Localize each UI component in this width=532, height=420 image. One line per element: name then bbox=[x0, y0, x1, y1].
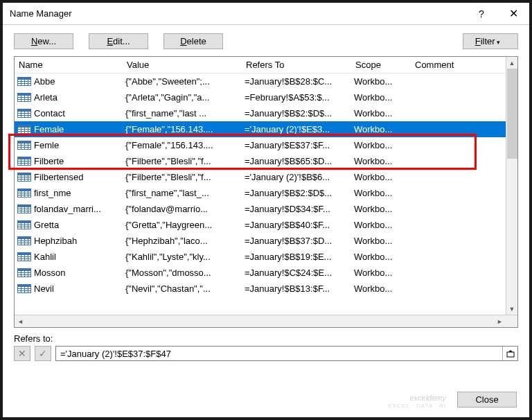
name-icon bbox=[17, 284, 31, 293]
name-cell: folandav_marri... bbox=[34, 204, 101, 214]
scroll-left-icon[interactable]: ◄ bbox=[15, 315, 26, 327]
name-icon bbox=[17, 93, 31, 102]
name-icon bbox=[17, 157, 31, 166]
refers-cell: =January!$B$28:$C... bbox=[242, 76, 351, 87]
table-row[interactable]: Gretta{"Gretta","Haygreen...=January!$B$… bbox=[15, 217, 517, 233]
edit-button[interactable]: Edit... bbox=[89, 33, 148, 49]
refers-to-input[interactable] bbox=[56, 347, 502, 360]
col-header-name[interactable]: Name bbox=[15, 58, 123, 72]
svg-rect-15 bbox=[18, 94, 31, 96]
vertical-scrollbar[interactable]: ▲ ▼ bbox=[506, 57, 517, 315]
name-icon bbox=[17, 109, 31, 118]
col-header-value[interactable]: Value bbox=[123, 58, 242, 72]
value-cell: {"Female","156.143.... bbox=[123, 140, 242, 150]
new-button[interactable]: New... bbox=[14, 33, 73, 49]
name-cell: Nevil bbox=[34, 283, 54, 294]
name-cell: Hephzibah bbox=[34, 236, 77, 246]
value-cell: {"folandav@marrio... bbox=[123, 204, 242, 214]
value-cell: {"Gretta","Haygreen... bbox=[123, 220, 242, 230]
name-cell: Femle bbox=[34, 140, 59, 150]
list-header: Name Value Refers To Scope Comment bbox=[15, 57, 517, 73]
col-header-scope[interactable]: Scope bbox=[351, 58, 411, 72]
name-cell: Abbe bbox=[34, 76, 55, 87]
scope-cell: Workbo... bbox=[351, 156, 411, 166]
table-row[interactable]: Arleta{"Arleta","Gagin","a...=February!$… bbox=[15, 89, 517, 105]
value-cell: {"Kahlil","Lyste","kly... bbox=[123, 252, 242, 262]
value-cell: {"Hephzibah","laco... bbox=[123, 236, 242, 246]
filter-button[interactable]: Filter bbox=[463, 33, 518, 49]
svg-rect-55 bbox=[18, 173, 31, 175]
scope-cell: Workbo... bbox=[351, 172, 411, 182]
scope-cell: Workbo... bbox=[351, 124, 411, 134]
scroll-up-icon[interactable]: ▲ bbox=[506, 57, 517, 69]
value-cell: {"Filberte","Blesli","f... bbox=[123, 172, 242, 182]
value-cell: {"Filberte","Blesli","f... bbox=[123, 156, 242, 166]
svg-rect-71 bbox=[18, 205, 31, 207]
scope-cell: Workbo... bbox=[351, 188, 411, 198]
refers-cell: =January!$B$2:$D$... bbox=[242, 188, 351, 198]
name-icon bbox=[17, 125, 31, 134]
svg-rect-79 bbox=[18, 221, 31, 223]
refers-accept-button[interactable]: ✓ bbox=[35, 346, 51, 361]
refers-cell: =January!$B$2:$D$... bbox=[242, 108, 351, 119]
delete-button[interactable]: Delete bbox=[163, 33, 223, 49]
table-row[interactable]: folandav_marri...{"folandav@marrio...=Ja… bbox=[15, 201, 517, 217]
table-row[interactable]: Hephzibah{"Hephzibah","laco...=January!$… bbox=[15, 233, 517, 249]
table-row[interactable]: Abbe{"Abbe","Sweeten";...=January!$B$28:… bbox=[15, 73, 517, 89]
name-list: Name Value Refers To Scope Comment Abbe{… bbox=[14, 56, 518, 328]
refers-cell: =January!$B$13:$F... bbox=[242, 283, 351, 294]
refers-cell: =January!$B$19:$E... bbox=[242, 252, 351, 262]
table-row[interactable]: Contact{"first_name","last ...=January!$… bbox=[15, 105, 517, 121]
svg-rect-95 bbox=[18, 253, 31, 255]
scroll-right-icon[interactable]: ► bbox=[494, 315, 506, 327]
refers-cancel-button[interactable]: ✕ bbox=[14, 346, 30, 361]
table-row[interactable]: Kahlil{"Kahlil","Lyste","kly...=January!… bbox=[15, 249, 517, 265]
table-row[interactable]: first_nme{"first_name","last_...=January… bbox=[15, 185, 517, 201]
name-icon bbox=[17, 173, 31, 182]
name-icon bbox=[17, 252, 31, 261]
scroll-down-icon[interactable]: ▼ bbox=[506, 303, 517, 315]
value-cell: {"first_name","last_... bbox=[123, 188, 242, 198]
svg-rect-87 bbox=[18, 237, 31, 239]
name-icon bbox=[17, 236, 31, 245]
table-row[interactable]: Female{"Female","156.143....='January (2… bbox=[15, 121, 517, 137]
table-row[interactable]: Femle{"Female","156.143....=January!$E$3… bbox=[15, 137, 517, 153]
col-header-comment[interactable]: Comment bbox=[411, 58, 480, 72]
table-row[interactable]: Nevil{"Nevil","Chastan","...=January!$B$… bbox=[15, 281, 517, 297]
name-icon bbox=[17, 189, 31, 198]
scope-cell: Workbo... bbox=[351, 204, 411, 214]
horizontal-scrollbar[interactable]: ◄ ► bbox=[15, 315, 517, 327]
table-row[interactable]: Mosson{"Mosson","dmosso...=January!$C$24… bbox=[15, 265, 517, 281]
name-icon bbox=[17, 77, 31, 86]
refers-cell: =January!$E$37:$F... bbox=[242, 140, 351, 150]
svg-rect-112 bbox=[507, 352, 514, 357]
table-row[interactable]: Filbertensed{"Filberte","Blesli","f...='… bbox=[15, 169, 517, 185]
name-icon bbox=[17, 220, 31, 229]
svg-rect-23 bbox=[18, 110, 31, 112]
svg-rect-39 bbox=[18, 141, 31, 143]
value-cell: {"Mosson","dmosso... bbox=[123, 268, 242, 278]
scope-cell: Workbo... bbox=[351, 76, 411, 87]
scope-cell: Workbo... bbox=[351, 92, 411, 103]
refers-cell: ='January (2)'!$B$6... bbox=[242, 172, 351, 182]
refers-cell: =January!$B$65:$D... bbox=[242, 156, 351, 166]
range-picker-button[interactable] bbox=[502, 347, 517, 360]
value-cell: {"Female","156.143.... bbox=[123, 124, 242, 134]
svg-rect-111 bbox=[18, 285, 31, 287]
close-x-button[interactable]: ✕ bbox=[497, 3, 529, 25]
name-cell: Filberte bbox=[34, 156, 64, 166]
scope-cell: Workbo... bbox=[351, 236, 411, 246]
close-button[interactable]: Close bbox=[457, 392, 517, 408]
table-row[interactable]: Filberte{"Filberte","Blesli","f...=Janua… bbox=[15, 153, 517, 169]
refers-cell: ='January (2)'!$E$3... bbox=[242, 124, 351, 134]
help-button[interactable]: ? bbox=[466, 3, 497, 25]
refers-cell: =February!$A$53:$... bbox=[242, 92, 351, 103]
col-header-refers[interactable]: Refers To bbox=[242, 58, 351, 72]
name-icon bbox=[17, 268, 31, 277]
scroll-thumb[interactable] bbox=[507, 69, 517, 159]
value-cell: {"Nevil","Chastan","... bbox=[123, 283, 242, 294]
watermark-sub: EXCEL · DATA · BI bbox=[388, 403, 446, 409]
range-picker-icon bbox=[506, 349, 515, 358]
name-cell: Contact bbox=[34, 108, 65, 119]
name-cell: Kahlil bbox=[34, 252, 56, 262]
